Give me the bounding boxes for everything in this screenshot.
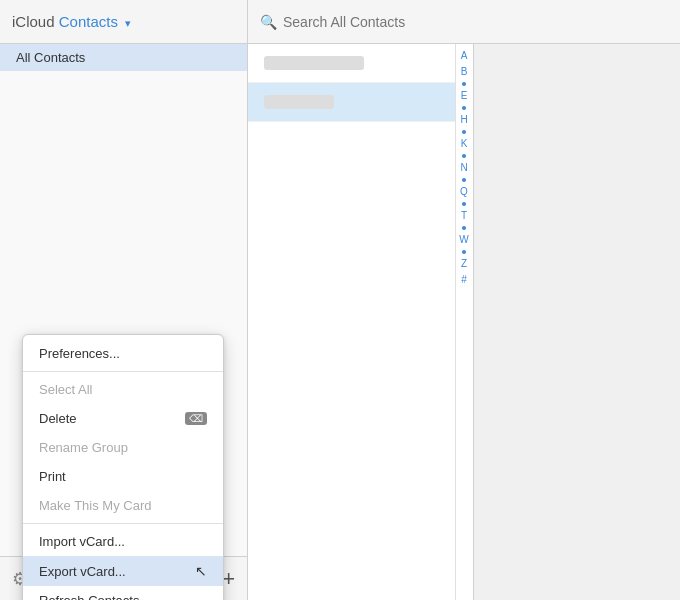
search-input[interactable] (283, 14, 668, 30)
alpha-N[interactable]: N (460, 160, 467, 176)
app-prefix: iCloud (12, 13, 55, 30)
alpha-Q[interactable]: Q (460, 184, 468, 200)
app-brand-name: Contacts (59, 13, 118, 30)
alpha-Z[interactable]: Z (461, 256, 467, 272)
alpha-H[interactable]: H (460, 112, 467, 128)
header-right: 🔍 (248, 0, 680, 43)
contact-name-placeholder-2 (264, 95, 334, 109)
app-title: iCloud Contacts ▾ (12, 13, 131, 30)
menu-item-delete[interactable]: Delete ⌫ (23, 404, 223, 433)
menu-separator-2 (23, 523, 223, 524)
add-contact-button[interactable]: + (222, 568, 235, 590)
search-icon: 🔍 (260, 14, 277, 30)
menu-item-refresh-contacts[interactable]: Refresh Contacts (23, 586, 223, 600)
title-dropdown-arrow[interactable]: ▾ (125, 17, 131, 29)
alpha-T[interactable]: T (461, 208, 467, 224)
alpha-dot-6 (462, 202, 466, 206)
contact-item-2[interactable] (248, 83, 455, 122)
sidebar: All Contacts Preferences... Select All D… (0, 44, 248, 600)
alpha-dot-5 (462, 178, 466, 182)
alpha-dot-3 (462, 130, 466, 134)
app-container: iCloud Contacts ▾ 🔍 All Contacts Prefere… (0, 0, 680, 600)
menu-separator-1 (23, 371, 223, 372)
menu-item-print[interactable]: Print (23, 462, 223, 491)
sidebar-item-all-contacts[interactable]: All Contacts (0, 44, 247, 71)
delete-icon: ⌫ (185, 412, 207, 425)
alpha-B[interactable]: B (461, 64, 468, 80)
header-left: iCloud Contacts ▾ (0, 0, 248, 43)
cursor-icon: ↖ (195, 563, 207, 579)
alpha-dot-2 (462, 106, 466, 110)
alpha-dot-4 (462, 154, 466, 158)
alpha-index: A B E H K N Q T W Z # (455, 44, 473, 600)
main-content: All Contacts Preferences... Select All D… (0, 44, 680, 600)
contact-item-1[interactable] (248, 44, 455, 83)
alpha-W[interactable]: W (459, 232, 468, 248)
menu-item-select-all: Select All (23, 375, 223, 404)
alpha-hash[interactable]: # (461, 272, 467, 288)
alpha-dot-1 (462, 82, 466, 86)
alpha-dot-8 (462, 250, 466, 254)
menu-item-import-vcard[interactable]: Import vCard... (23, 527, 223, 556)
context-menu: Preferences... Select All Delete ⌫ Renam… (22, 334, 224, 600)
menu-item-preferences[interactable]: Preferences... (23, 339, 223, 368)
header: iCloud Contacts ▾ 🔍 (0, 0, 680, 44)
alpha-A[interactable]: A (461, 48, 468, 64)
menu-item-make-my-card: Make This My Card (23, 491, 223, 520)
menu-item-rename-group: Rename Group (23, 433, 223, 462)
detail-pane (473, 44, 681, 600)
contact-list (248, 44, 455, 600)
contact-name-placeholder-1 (264, 56, 364, 70)
alpha-dot-7 (462, 226, 466, 230)
menu-item-export-vcard[interactable]: Export vCard... ↖ (23, 556, 223, 586)
alpha-K[interactable]: K (461, 136, 468, 152)
alpha-E[interactable]: E (461, 88, 468, 104)
